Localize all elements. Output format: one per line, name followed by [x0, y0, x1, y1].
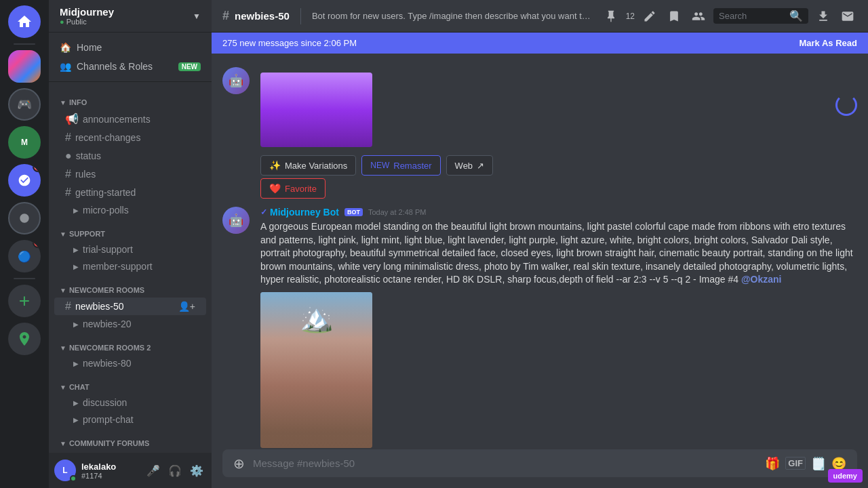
arrow-icon-11: ▶	[73, 399, 79, 407]
gift-icon[interactable]: 🎁	[765, 456, 780, 471]
add-friend-icon: 👤+	[178, 301, 195, 312]
user-info: lekalako #1174	[81, 462, 138, 480]
heart-icon: ❤️	[269, 183, 281, 194]
hash-icon: #	[65, 131, 71, 144]
settings-button[interactable]: ⚙️	[187, 461, 206, 480]
midjourney-server-icon[interactable]	[8, 50, 41, 83]
topbar-divider	[300, 8, 301, 24]
channel-newbies-20[interactable]: ▶ newbies-20	[54, 316, 206, 332]
home-icon: 🏠	[60, 42, 71, 53]
home-server-icon[interactable]	[8, 5, 41, 38]
search-input[interactable]	[719, 11, 785, 21]
mute-button[interactable]: 🎤	[144, 461, 163, 480]
section-info[interactable]: ▼ INFO	[49, 87, 212, 109]
channel-micro-polls[interactable]: ▶ micro-polls	[54, 202, 206, 218]
channel-getting-started[interactable]: # getting-started	[54, 184, 206, 201]
sidebar-home-link[interactable]: 🏠 Home	[49, 38, 212, 57]
add-server-button[interactable]: +	[8, 285, 41, 317]
sticker-icon[interactable]: 🗒️	[811, 456, 826, 471]
arrow-icon-2: ▶	[73, 207, 79, 214]
bookmark-icon[interactable]	[665, 7, 684, 26]
arrow-icon-7: ▶	[73, 321, 79, 328]
make-variations-btn-1[interactable]: ✨ Make Variations	[260, 155, 356, 176]
avatar-col-2: 🤖	[222, 207, 250, 449]
edit-icon[interactable]	[640, 7, 659, 26]
user-controls: 🎤 🎧 ⚙️	[144, 461, 206, 480]
server-icon-2[interactable]: M	[8, 126, 41, 159]
gif-icon[interactable]: GIF	[785, 457, 806, 470]
server-header[interactable]: Midjourney ● Public ▼	[49, 0, 212, 33]
topbar-channel: # newbies-50	[222, 9, 290, 23]
arrow-icon-13: ▼	[60, 440, 66, 447]
first-image-wrap	[260, 73, 372, 147]
web-btn-1[interactable]: Web ↗	[446, 155, 494, 176]
hash-icon-2: ●	[65, 150, 72, 162]
message-input-area: ⊕ 🎁 GIF 🗒️ 😊 udemy	[212, 449, 868, 488]
pin-count: 12	[626, 12, 635, 21]
mark-as-read-button[interactable]: Mark As Read	[800, 38, 858, 48]
first-action-buttons: ✨ Make Variations NEW Remaster Web ↗	[260, 155, 857, 176]
first-favorite-buttons: ❤️ Favorite	[260, 178, 857, 199]
pin-icon[interactable]	[601, 7, 620, 26]
arrow-icon-5: ▶	[73, 263, 79, 270]
sidebar-channels-roles-link[interactable]: 👥 Channels & Roles NEW	[49, 57, 212, 76]
section-newcomer[interactable]: ▼ NEWCOMER ROOMS	[49, 275, 212, 297]
server-icon-1[interactable]: 🎮	[8, 88, 41, 121]
channel-member-support[interactable]: ▶ member-support	[54, 258, 206, 274]
explore-icon[interactable]	[8, 323, 41, 355]
msg-text-2: A gorgeous European model standing on th…	[260, 220, 857, 287]
section-newcomer2[interactable]: ▼ NEWCOMER ROOMS 2	[49, 333, 212, 354]
channel-discussion[interactable]: ▶ discussion	[54, 394, 206, 411]
members-icon[interactable]	[689, 7, 708, 26]
second-image-wrap: 🏔️	[260, 292, 372, 448]
server-icon-3[interactable]: 85	[8, 164, 41, 197]
arrow-icon-6: ▼	[60, 287, 66, 294]
topbar: # newbies-50 Bot room for new users. Typ…	[212, 0, 868, 33]
server-name: Midjourney	[60, 6, 114, 18]
channel-newbies-50[interactable]: # newbies-50 👤+	[54, 298, 206, 315]
main-area: # newbies-50 Bot room for new users. Typ…	[212, 0, 868, 488]
channel-announcements[interactable]: 📢 announcements	[54, 110, 206, 128]
channel-prompt-faqs[interactable]: ▶ prompt-faqs 17 New	[54, 451, 206, 453]
bot-name-label: ✓ Midjourney Bot	[260, 207, 339, 218]
arrow-icon-3: ▼	[60, 230, 66, 238]
server-icon-4[interactable]	[8, 202, 41, 235]
msg-content-1: ✨ Make Variations NEW Remaster Web ↗ ❤️	[260, 67, 857, 199]
inbox-icon[interactable]	[838, 7, 857, 26]
remaster-btn-1[interactable]: NEW Remaster	[361, 155, 440, 176]
new-messages-banner: 275 new messages since 2:06 PM Mark As R…	[212, 33, 868, 54]
msg-timestamp-2: Today at 2:48 PM	[368, 208, 427, 216]
arrow-icon: ▼	[60, 99, 66, 106]
search-icon: 🔍	[789, 9, 803, 22]
remaster-icon: NEW	[370, 161, 389, 170]
channel-rules[interactable]: # rules	[54, 165, 206, 183]
channel-recent-changes[interactable]: # recent-changes	[54, 129, 206, 146]
channel-prompt-chat[interactable]: ▶ prompt-chat	[54, 411, 206, 428]
hash-icon-5: #	[65, 300, 71, 312]
new-messages-text: 275 new messages since 2:06 PM	[222, 38, 357, 48]
favorite-btn-1[interactable]: ❤️ Favorite	[260, 178, 326, 199]
channel-trial-support[interactable]: ▶ trial-support	[54, 241, 206, 258]
arrow-icon-4: ▶	[73, 246, 79, 253]
message-group-2: 🤖 ✓ Midjourney Bot BOT Today at 2:48 PM …	[212, 204, 868, 449]
chevron-down-icon: ▼	[193, 12, 201, 21]
variations-icon: ✨	[269, 160, 281, 171]
msg-mention[interactable]: @Okzani	[741, 274, 782, 285]
section-community[interactable]: ▼ COMMUNITY FORUMS	[49, 428, 212, 450]
user-tag: #1174	[81, 472, 138, 480]
first-image	[260, 73, 372, 147]
udemy-badge: udemy	[828, 469, 863, 483]
deafen-button[interactable]: 🎧	[165, 461, 184, 480]
search-box[interactable]: 🔍	[713, 8, 808, 24]
channel-list: ▼ INFO 📢 announcements # recent-changes …	[49, 82, 212, 453]
topbar-icons: 12 🔍	[601, 7, 857, 26]
username: lekalako	[81, 462, 138, 472]
section-support[interactable]: ▼ SUPPORT	[49, 219, 212, 241]
add-file-icon[interactable]: ⊕	[233, 455, 245, 472]
channel-status[interactable]: ● status	[54, 147, 206, 165]
message-input[interactable]	[253, 449, 757, 477]
section-chat[interactable]: ▼ CHAT	[49, 372, 212, 394]
download-icon[interactable]	[814, 7, 833, 26]
channel-newbies-80[interactable]: ▶ newbies-80	[54, 355, 206, 371]
server-icon-5[interactable]: 🔵 2	[8, 240, 41, 272]
